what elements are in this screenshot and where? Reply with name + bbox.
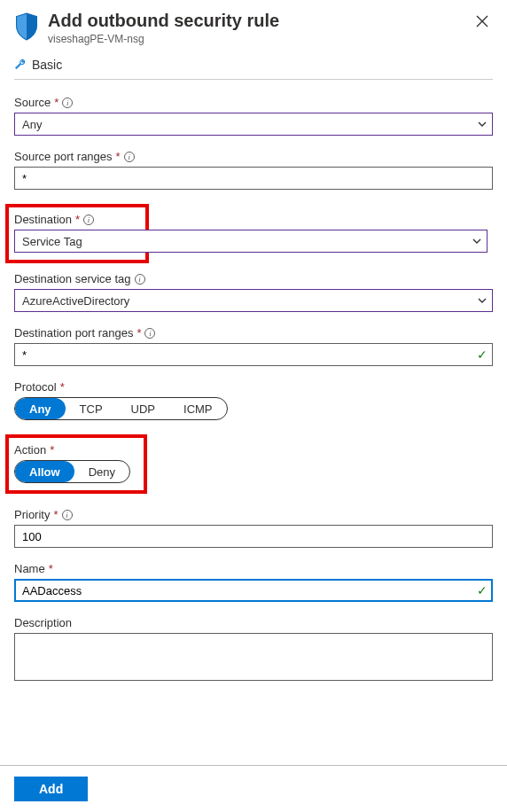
protocol-option-any[interactable]: Any [15,398,66,419]
destination-service-tag-label: Destination service tag [14,272,131,285]
wrench-icon [14,59,27,71]
basic-label: Basic [32,58,62,72]
protocol-option-udp[interactable]: UDP [117,398,169,419]
source-port-ranges-label: Source port ranges [14,150,113,163]
info-icon[interactable]: i [135,274,145,285]
destination-select[interactable]: Service Tag [14,230,488,253]
source-value: Any [22,118,42,131]
source-label: Source [14,96,51,109]
add-button[interactable]: Add [14,777,88,801]
protocol-label: Protocol [14,380,57,394]
required-marker: * [75,213,80,226]
name-input[interactable] [14,579,493,602]
required-marker: * [136,326,141,340]
destination-port-ranges-label: Destination port ranges [14,326,133,340]
info-icon[interactable]: i [144,328,155,339]
source-select[interactable]: Any [14,113,493,136]
basic-toggle[interactable]: Basic [14,58,493,80]
action-option-deny[interactable]: Deny [74,461,129,482]
action-group: Allow Deny [14,460,130,483]
close-button[interactable] [472,11,493,32]
required-marker: * [53,508,58,521]
info-icon[interactable]: i [124,152,135,162]
required-marker: * [54,96,58,109]
protocol-group: Any TCP UDP ICMP [14,397,228,420]
panel-subtitle: viseshagPE-VM-nsg [48,33,463,45]
protocol-option-icmp[interactable]: ICMP [169,398,227,419]
source-port-ranges-input[interactable] [14,167,493,190]
destination-service-tag-value: AzureActiveDirectory [22,294,129,308]
description-label: Description [14,616,72,629]
action-option-allow[interactable]: Allow [15,461,74,482]
destination-service-tag-select[interactable]: AzureActiveDirectory [14,289,493,312]
destination-port-ranges-input[interactable] [14,343,493,366]
required-marker: * [50,443,54,457]
required-marker: * [60,380,65,394]
info-icon[interactable]: i [62,98,73,108]
destination-value: Service Tag [22,235,82,248]
destination-label: Destination [14,213,72,226]
name-label: Name [14,562,45,575]
info-icon[interactable]: i [62,510,73,520]
panel-title: Add outbound security rule [48,11,463,31]
close-icon [476,15,488,27]
action-label: Action [14,443,46,457]
required-marker: * [49,562,53,575]
priority-label: Priority [14,508,50,521]
shield-icon [14,12,39,41]
protocol-option-tcp[interactable]: TCP [66,398,117,419]
info-icon[interactable]: i [83,215,94,225]
priority-input[interactable] [14,525,493,548]
description-input[interactable] [14,633,493,681]
required-marker: * [116,150,121,163]
